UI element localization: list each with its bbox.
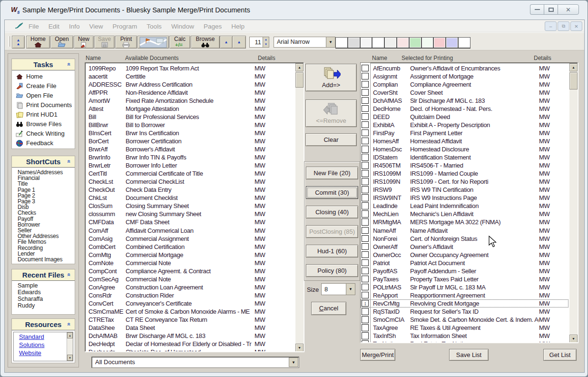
recent-file-ruddy[interactable]: Ruddy: [12, 302, 75, 309]
color-swatch-4[interactable]: [372, 37, 384, 48]
task-open-file[interactable]: Open File: [12, 91, 75, 100]
row-checkbox[interactable]: [362, 268, 369, 275]
size-combo-arrow-icon[interactable]: ▼: [346, 284, 355, 295]
mdi-minimize-button[interactable]: –: [545, 21, 557, 31]
row-checkbox[interactable]: [362, 129, 369, 137]
document-filter-combo[interactable]: All Documents ▼: [91, 357, 299, 368]
shortcut-file-memos[interactable]: File Memos: [12, 239, 75, 245]
row-checkbox[interactable]: [362, 340, 369, 343]
shortcut-document-images[interactable]: Document Images: [12, 257, 75, 262]
task-check-writing[interactable]: Check Writing: [12, 129, 75, 139]
row-checkbox[interactable]: [362, 210, 369, 218]
cancel-button[interactable]: Cancel: [311, 302, 346, 315]
get-list-button[interactable]: Get List: [543, 349, 577, 361]
calc-toolbar-button[interactable]: Calc+/=: [169, 36, 190, 49]
color-swatch-7[interactable]: [409, 37, 421, 48]
color-swatch-10[interactable]: [446, 37, 458, 48]
list-item[interactable]: IRS1099MIRS1099 - Married CoupleMW: [361, 169, 568, 178]
titlebar[interactable]: W5 Sample Merge/Print Documents - Bluesk…: [0, 0, 588, 20]
recent-file-scharaffa[interactable]: Scharaffa: [12, 296, 75, 302]
list-item[interactable]: ADDRESSCBrwr Address CertificationMW: [85, 80, 294, 89]
row-checkbox[interactable]: [362, 97, 369, 104]
color-swatch-9[interactable]: [433, 37, 446, 48]
font-size-arrows-icon[interactable]: ▲▼: [263, 37, 269, 47]
recent-files-header[interactable]: Recent Files«: [12, 269, 75, 281]
home-toolbar-button[interactable]: Home: [26, 36, 50, 49]
browse-toolbar-button[interactable]: Browse: [191, 36, 220, 49]
list-item[interactable]: ConvCertConveyancer's CertificateMW: [85, 299, 294, 308]
row-checkbox[interactable]: [362, 105, 369, 112]
list-item[interactable]: NameAffName AffidavitMW: [361, 227, 568, 235]
font-name-combo[interactable]: Arial Narrow ▼: [274, 37, 335, 48]
list-item[interactable]: DchAfMASSlr Discharge Aff MGL c. 183MW: [361, 97, 568, 105]
color-swatch-5[interactable]: [384, 37, 397, 48]
list-item[interactable]: IRSW9INTIRS W9 Instructions PageMW: [361, 194, 568, 202]
recent-file-sample[interactable]: Sample: [12, 282, 75, 289]
row-checkbox[interactable]: [362, 218, 369, 226]
new-button[interactable]: New File (20): [306, 167, 358, 179]
list-item[interactable]: ComAffAffidavit Commerical LoanMW: [85, 227, 294, 235]
list-item[interactable]: aacertitCerttitleMW: [85, 72, 294, 80]
collapse-chevron-icon[interactable]: «: [67, 63, 72, 66]
mdi-close-button[interactable]: ✕: [570, 21, 582, 31]
available-documents-list[interactable]: 1099Repo1099 Report Tax Reform ActMWaace…: [85, 62, 304, 352]
menu-help[interactable]: Help: [226, 23, 249, 30]
list-item[interactable]: LeadIndeLead Paint IndemnificationMW: [361, 202, 568, 210]
row-checkbox[interactable]: [362, 276, 369, 283]
row-checkbox[interactable]: [362, 113, 369, 120]
list-item[interactable]: ChkLstDocument ChecklistMW: [85, 194, 294, 202]
list-item[interactable]: ComMtgCommercial MortgageMW: [85, 251, 294, 259]
list-item[interactable]: ComSecAgCommercial NoteMW: [85, 275, 294, 283]
list-item[interactable]: CompContCompliance Agreemt. & ContractMW: [85, 267, 294, 275]
row-checkbox[interactable]: [362, 138, 369, 145]
list-item[interactable]: BrwrInfoBrwr Info TIN & PayoffsMW: [85, 153, 294, 161]
color-swatch-8[interactable]: [421, 37, 434, 48]
open-toolbar-button[interactable]: Open: [50, 36, 73, 49]
list-item[interactable]: IDStatemIdentification StatementMW: [361, 153, 568, 161]
shortcut-title[interactable]: Title: [12, 181, 75, 187]
scroll-up-icon[interactable]: ▲: [569, 63, 578, 71]
font-combo-arrow-icon[interactable]: ▼: [326, 37, 335, 47]
list-item[interactable]: MechLienMechanic's Lien AffidavitMW: [361, 210, 568, 218]
list-item[interactable]: MRMtgMAMERS Mortgage MA 3022 (FNMA)MW: [361, 218, 568, 226]
maximize-button[interactable]: [544, 4, 558, 15]
list-item[interactable]: PayTaxesProperty Taxes Paid LetterMW: [361, 275, 568, 283]
color-swatch-3[interactable]: [360, 37, 372, 48]
row-checkbox[interactable]: [362, 194, 369, 201]
row-checkbox[interactable]: [362, 243, 369, 250]
list-item[interactable]: CertTitlCommercial Certificate of TitleM…: [85, 169, 294, 178]
list-item[interactable]: ComAsigCommercial AssignmentMW: [85, 235, 294, 243]
menu-view[interactable]: View: [85, 23, 108, 30]
row-checkbox[interactable]: [362, 332, 369, 339]
list-item[interactable]: SmoCmCIASmoke Det. & Carbon Monoxide Cer…: [361, 316, 568, 324]
row-checkbox[interactable]: [362, 170, 369, 177]
collapse-chevron-icon[interactable]: «: [67, 323, 72, 326]
list-item[interactable]: DecHedptDeclar of Homestead For Elderly …: [85, 340, 294, 348]
list-item[interactable]: DEEDQuitclaim DeedMW: [361, 113, 568, 121]
row-checkbox[interactable]: [362, 227, 369, 234]
row-checkbox[interactable]: [362, 292, 369, 299]
list-item[interactable]: ClosSumClosing Summary SheetMW: [85, 202, 294, 210]
list-item[interactable]: CSmCmaMECert of Smoke & Carbon Monoxide …: [85, 308, 294, 316]
row-checkbox[interactable]: [362, 154, 369, 161]
selected-documents-list[interactable]: AfEncumbOwner's Affidavit of Encumbrance…: [360, 62, 578, 343]
shortcuts-header[interactable]: ShortCuts«: [12, 156, 75, 168]
list-item[interactable]: 1099Repo1099 Report Tax Reform ActMW: [85, 64, 294, 72]
row-checkbox[interactable]: [362, 202, 369, 209]
filter-combo-arrow-icon[interactable]: ▼: [289, 357, 298, 367]
shortcut-page-1[interactable]: Page 1: [12, 187, 75, 193]
row-checkbox[interactable]: [362, 235, 369, 242]
close-button[interactable]: ✕: [558, 4, 579, 15]
mdi-restore-button[interactable]: ⧉: [558, 21, 569, 31]
task-create-file[interactable]: Create File: [12, 81, 75, 91]
list-item[interactable]: ReApportReapportionment AgreementMW: [361, 291, 568, 299]
collapse-chevron-icon[interactable]: «: [67, 273, 72, 277]
print-toolbar-button[interactable]: Print: [115, 36, 137, 49]
list-item[interactable]: ConAgreeConstruction Loan AgreementMW: [85, 283, 294, 291]
list-item[interactable]: AfEncumbOwner's Affidavit of Encumbrance…: [361, 64, 568, 72]
list-item[interactable]: AffPPRNon-Residence AffidavitMW: [85, 89, 294, 97]
row-checkbox[interactable]: [362, 65, 369, 72]
list-item[interactable]: AssignmtAssignment of MortgageMW: [361, 72, 568, 80]
list-item[interactable]: NonForeiCert. of Nonforeign StatusMW: [361, 235, 568, 243]
list-item[interactable]: ↕RevCrMtgRevolving Credit MortgageMW: [361, 299, 568, 308]
